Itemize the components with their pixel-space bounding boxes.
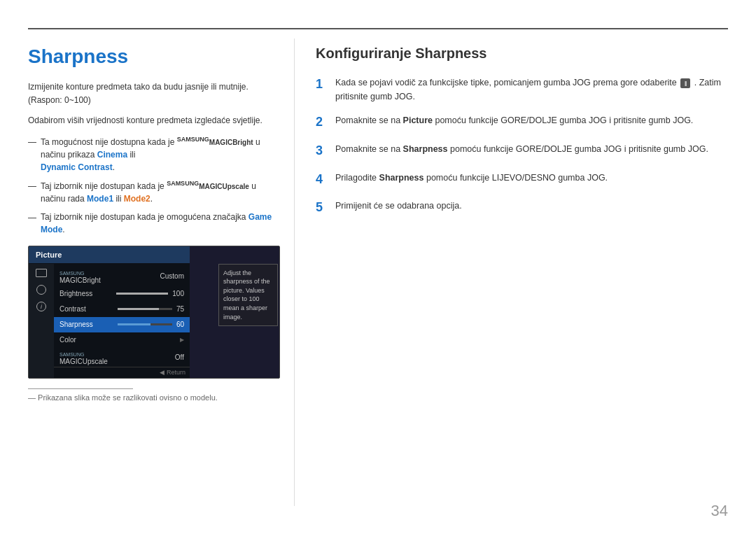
osd-return-arrow: ◀ [160,369,164,376]
osd-bar-sharpness [118,323,172,325]
settings-shape [36,285,46,295]
step-4: 4 Prilagodite Sharpness pomoću funkcije … [316,171,728,190]
step-1-text: Kada se pojavi vodič za funkcijske tipke… [335,76,728,104]
page-number: 34 [711,502,728,520]
bullet-3: — [28,211,36,224]
step-5-text: Primijenit će se odabrana opcija. [335,199,728,213]
samsung-tiny-2: SAMSUNG [59,352,84,357]
magic-upscale-label: MAGICUpscale [59,358,108,365]
osd-return-bar: ◀ Return [54,367,190,378]
brand-samsung-2: SAMSUNG [167,180,199,187]
osd-menu: Picture i SAMSUNG [29,246,190,378]
info-shape: i [36,302,46,311]
note-1-text: Ta mogućnost nije dostupna kada je SAMSU… [41,135,273,174]
osd-screen: Picture i SAMSUNG [28,246,280,379]
magic-bright-1: MAGICBright [209,139,253,146]
mode1-highlight: Mode1 [87,194,113,204]
osd-row-brightness: Brightness 100 [54,286,190,302]
osd-settings-icon [35,285,48,295]
step-number-2: 2 [316,112,335,132]
osd-value-brightness: 100 [172,290,184,297]
osd-label-contrast: Contrast [59,305,113,313]
mode2-highlight: Mode2 [124,194,150,204]
sharpness-highlight-1: Sharpness [403,144,448,154]
sharpness-highlight-2: Sharpness [379,173,424,183]
page-container: Sharpness Izmijenite konture predmeta ta… [28,38,728,506]
description-2: Odabirom viših vrijednosti konture predm… [28,114,273,127]
osd-content: SAMSUNG MAGICBright Custom Brightness 10… [54,264,190,378]
top-divider [28,28,728,29]
game-mode-highlight: Game Mode [41,212,272,234]
osd-header: Picture [29,246,190,263]
osd-label-brightness: Brightness [59,290,112,297]
note-1: — Ta mogućnost nije dostupna kada je SAM… [28,135,273,174]
description-1: Izmijenite konture predmeta tako da budu… [28,80,273,107]
samsung-tiny-1: SAMSUNG [59,271,84,276]
section-title: Sharpness [28,45,273,68]
step-3: 3 Pomaknite se na Sharpness pomoću funkc… [316,142,728,161]
left-column: Sharpness Izmijenite konture predmeta ta… [28,38,294,506]
osd-row-contrast: Contrast 75 [54,302,190,317]
osd-value-magicupscale: Off [175,353,184,361]
footnote-line [28,388,133,389]
osd-return-label: Return [167,369,186,376]
osd-sidebar: i [29,264,54,378]
picture-highlight: Picture [403,115,433,125]
monitor-shape [36,269,47,277]
osd-label-color: Color [59,336,180,344]
osd-label-magicbright: SAMSUNG MAGICBright [59,269,160,284]
osd-label-sharpness: Sharpness [59,321,113,328]
jog-icon-step1 [680,78,690,88]
osd-label-magicupscale: SAMSUNG MAGICUpscale [59,350,175,365]
osd-tooltip: Adjust the sharpness of the picture. Val… [218,264,278,327]
step-1: 1 Kada se pojavi vodič za funkcijske tip… [316,76,728,104]
step-4-text: Prilagodite Sharpness pomoću funkcije LI… [335,171,728,185]
bullet-2: — [28,180,36,192]
osd-value-sharpness: 60 [176,321,184,328]
note-2: — Taj izbornik nije dostupan kada je SAM… [28,179,273,205]
osd-info-icon: i [35,302,48,311]
step-number-3: 3 [316,141,335,161]
osd-value-contrast: 75 [176,305,184,313]
magic-upscale-1: MAGICUpscale [199,183,249,190]
osd-row-magicbright: SAMSUNG MAGICBright Custom [54,267,190,286]
osd-arrow-color: ▶ [180,337,184,343]
osd-bar-sharpness-fill [118,323,150,325]
osd-bar-brightness [116,293,169,295]
osd-bar-contrast-fill [118,308,158,310]
osd-row-color: Color ▶ [54,332,190,348]
osd-value-magicbright: Custom [160,272,184,280]
step-number-5: 5 [316,197,335,218]
osd-bar-brightness-fill [116,293,169,295]
step-2-text: Pomaknite se na Picture pomoću funkcije … [335,113,728,127]
osd-row-magicupscale: SAMSUNG MAGICUpscale Off [54,348,190,367]
cinema-highlight: Cinema [97,150,127,160]
note-3: — Taj izbornik nije dostupan kada je omo… [28,211,273,236]
bullet-1: — [28,136,36,148]
osd-bar-contrast [118,308,172,310]
footnote-text: — Prikazana slika može se razlikovati ov… [28,393,273,402]
right-title: Konfiguriranje Sharpness [316,45,728,62]
step-3-text: Pomaknite se na Sharpness pomoću funkcij… [335,142,728,156]
osd-row-sharpness: Sharpness 60 [54,317,190,332]
step-number-1: 1 [316,74,335,94]
brand-samsung-1: SAMSUNG [177,136,209,143]
osd-monitor-icon [35,268,48,278]
note-2-text: Taj izbornik nije dostupan kada je SAMSU… [41,179,273,205]
magic-bright-label: MAGICBright [59,276,101,284]
dynamic-contrast-highlight: Dynamic Contrast [41,162,113,172]
step-2: 2 Pomaknite se na Picture pomoću funkcij… [316,113,728,132]
step-5: 5 Primijenit će se odabrana opcija. [316,199,728,218]
note-3-text: Taj izbornik nije dostupan kada je omogu… [41,211,273,236]
right-column: Konfiguriranje Sharpness 1 Kada se pojav… [294,38,728,506]
step-number-4: 4 [316,169,335,190]
